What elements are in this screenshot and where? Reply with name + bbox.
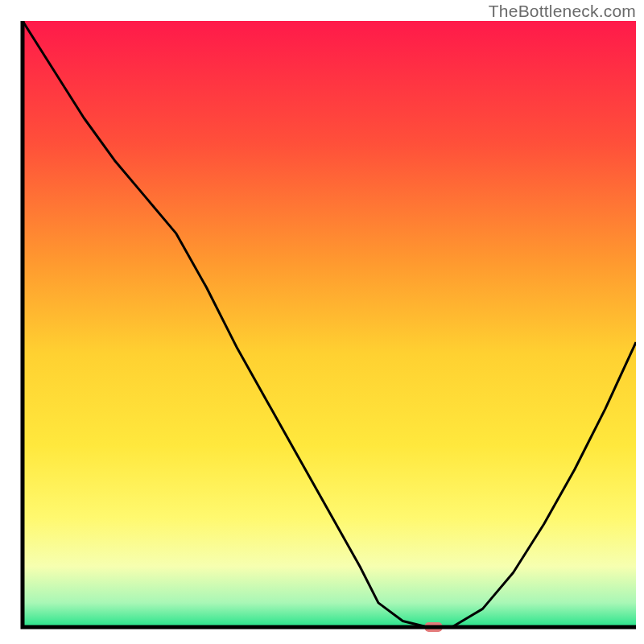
plot-background: [23, 21, 636, 627]
chart-container: TheBottleneck.com: [0, 0, 644, 644]
watermark-text: TheBottleneck.com: [489, 2, 636, 21]
chart-svg: [0, 0, 644, 644]
